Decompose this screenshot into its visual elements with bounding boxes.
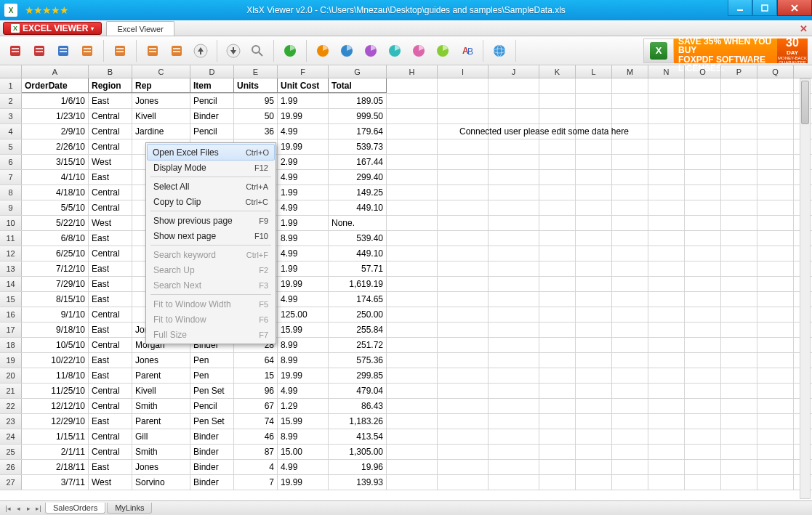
header-cell[interactable]	[648, 78, 685, 93]
cell[interactable]: East	[89, 94, 132, 108]
cell[interactable]	[539, 368, 576, 383]
cell[interactable]	[539, 307, 576, 322]
cell[interactable]	[757, 399, 794, 413]
cell[interactable]: 10/5/10	[22, 338, 89, 352]
cell[interactable]	[576, 414, 612, 429]
cell[interactable]	[576, 109, 612, 123]
cell[interactable]: 539.73	[329, 139, 387, 154]
cell[interactable]	[648, 231, 685, 246]
cell[interactable]	[387, 231, 438, 246]
cell[interactable]: 15.99	[278, 414, 329, 429]
cell[interactable]	[648, 155, 685, 169]
arrow-up-icon[interactable]	[190, 40, 212, 62]
cell[interactable]: 1/15/11	[22, 429, 89, 444]
cell[interactable]: Central	[89, 246, 132, 261]
row-header[interactable]: 1	[0, 78, 22, 93]
cell[interactable]	[757, 338, 794, 352]
cell[interactable]: 10/22/10	[22, 353, 89, 368]
cell[interactable]: 12/29/10	[22, 414, 89, 429]
cell[interactable]	[576, 277, 612, 291]
cell[interactable]	[489, 399, 539, 413]
cell[interactable]	[387, 475, 438, 490]
cell[interactable]: East	[89, 460, 132, 474]
cell[interactable]: 167.44	[329, 155, 387, 169]
cell[interactable]: Jones	[132, 460, 190, 474]
cell[interactable]	[539, 323, 576, 337]
row-header[interactable]: 25	[0, 445, 22, 459]
cell[interactable]: Kivell	[132, 109, 190, 123]
cell[interactable]: Gill	[132, 429, 190, 444]
cell[interactable]	[685, 109, 721, 123]
row-header[interactable]: 9	[0, 200, 22, 215]
cell[interactable]: Pencil	[190, 124, 234, 139]
cell[interactable]: 1.99	[278, 261, 329, 276]
cell[interactable]	[757, 261, 794, 276]
pie-cyan-icon[interactable]	[384, 40, 406, 62]
cell[interactable]	[721, 445, 757, 459]
row-header[interactable]: 6	[0, 155, 22, 169]
header-cell[interactable]	[612, 78, 648, 93]
cell[interactable]: Central	[89, 200, 132, 215]
cell[interactable]	[438, 231, 489, 246]
pie-lime-icon[interactable]	[432, 40, 454, 62]
cell[interactable]: Central	[89, 445, 132, 459]
column-header[interactable]: C	[132, 65, 190, 78]
zoom-icon[interactable]	[246, 40, 268, 62]
cell[interactable]: 1,305.00	[329, 445, 387, 459]
cell[interactable]	[576, 323, 612, 337]
cell[interactable]: Smith	[132, 445, 190, 459]
cell[interactable]	[489, 155, 539, 169]
cell[interactable]: 19.99	[278, 109, 329, 123]
cell[interactable]	[648, 399, 685, 413]
cell[interactable]: Pen Set	[190, 414, 234, 429]
cell[interactable]: 8/15/10	[22, 292, 89, 307]
cell[interactable]: West	[89, 475, 132, 490]
cell[interactable]: 19.96	[329, 460, 387, 474]
cell[interactable]: 19.99	[278, 368, 329, 383]
cell[interactable]	[438, 216, 489, 230]
cell[interactable]	[539, 94, 576, 108]
cell[interactable]: 413.54	[329, 429, 387, 444]
cell[interactable]	[721, 384, 757, 398]
cell[interactable]	[721, 185, 757, 200]
cell[interactable]	[489, 216, 539, 230]
cell[interactable]	[387, 353, 438, 368]
cell[interactable]	[576, 384, 612, 398]
page-text-icon[interactable]	[109, 40, 131, 62]
cell[interactable]	[387, 338, 438, 352]
pie-purple-icon[interactable]	[360, 40, 382, 62]
cell[interactable]	[489, 292, 539, 307]
cell[interactable]	[757, 445, 794, 459]
cell[interactable]	[648, 429, 685, 444]
cell[interactable]	[721, 307, 757, 322]
cell[interactable]	[539, 231, 576, 246]
cell[interactable]: 575.36	[329, 353, 387, 368]
cell[interactable]	[576, 170, 612, 184]
cell[interactable]	[387, 261, 438, 276]
cell[interactable]	[539, 261, 576, 276]
cell[interactable]	[387, 307, 438, 322]
cell[interactable]	[721, 124, 757, 139]
pie-orange-icon[interactable]	[312, 40, 334, 62]
cell[interactable]: 539.40	[329, 231, 387, 246]
cell[interactable]	[576, 445, 612, 459]
cell[interactable]	[612, 94, 648, 108]
cell[interactable]	[721, 231, 757, 246]
menu-item[interactable]: Copy to ClipCtrl+C	[148, 194, 274, 209]
cell[interactable]: 9/18/10	[22, 323, 89, 337]
cell[interactable]	[387, 277, 438, 291]
tab-close-icon[interactable]: ✕	[800, 23, 808, 34]
cell[interactable]	[438, 414, 489, 429]
cell[interactable]	[757, 475, 794, 490]
cell[interactable]	[489, 429, 539, 444]
row-header[interactable]: 15	[0, 292, 22, 307]
cell[interactable]: West	[89, 155, 132, 169]
cell[interactable]	[757, 216, 794, 230]
cell[interactable]	[576, 231, 612, 246]
cell[interactable]	[685, 323, 721, 337]
open-file-icon[interactable]	[4, 40, 26, 62]
cell[interactable]	[648, 338, 685, 352]
cell[interactable]	[648, 94, 685, 108]
cell[interactable]	[648, 384, 685, 398]
cell[interactable]: 6/8/10	[22, 231, 89, 246]
